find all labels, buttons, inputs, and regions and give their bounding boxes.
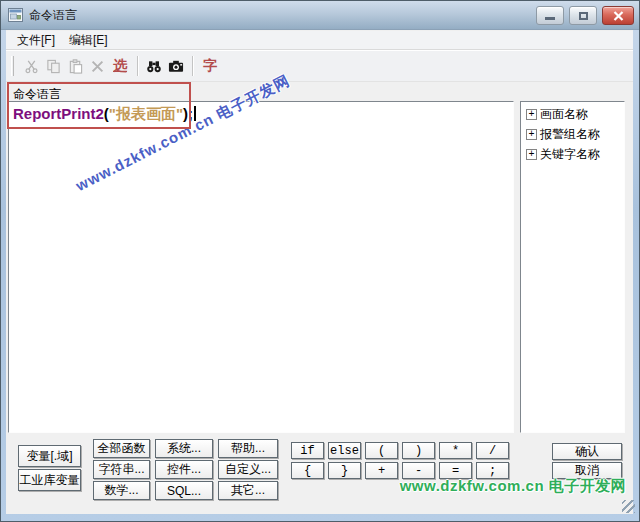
paste-button[interactable] [65,55,85,77]
math-functions-button[interactable]: 数学... [93,481,150,500]
divide-button[interactable]: / [476,442,509,459]
tree-item-label: 报警组名称 [540,126,600,143]
confirm-button[interactable]: 确认 [552,443,622,460]
variable-domain-button[interactable]: 变量[.域] [18,445,81,467]
function-name-text: ReportPrint2 [13,105,104,122]
open-brace-button[interactable]: { [291,462,324,479]
all-functions-button[interactable]: 全部函数 [93,439,150,458]
plus-button[interactable]: + [365,462,398,479]
cut-icon [24,59,39,74]
editor-section-label: 命令语言 [13,86,61,103]
if-button[interactable]: if [291,442,324,459]
minimize-icon [545,17,555,20]
menu-item-file[interactable]: 文件[F] [10,31,62,49]
delete-icon [91,60,104,73]
industrial-library-variable-button[interactable]: 工业库变量 [18,469,81,491]
string-argument-text: "报表画面" [109,105,183,122]
copy-button[interactable] [43,55,63,77]
menubar: 文件[F] 编辑[E] [6,31,633,50]
find-button[interactable] [144,55,164,77]
custom-functions-button[interactable]: 自定义... [218,460,278,479]
maximize-button[interactable] [569,6,597,25]
expand-icon[interactable]: + [526,149,537,160]
other-functions-button[interactable]: 其它... [218,481,278,500]
app-icon [8,8,23,22]
text-caret [194,106,196,121]
binoculars-icon [146,59,162,74]
tree-item-alarm-group-names[interactable]: + 报警组名称 [526,126,624,143]
name-tree-panel: + 画面名称 + 报警组名称 + 关键字名称 [520,101,625,433]
titlebar: 命令语言 [1,1,639,30]
control-functions-button[interactable]: 控件... [155,460,213,479]
minus-button[interactable]: - [402,462,435,479]
semicolon-button[interactable]: ; [476,462,509,479]
else-button[interactable]: else [328,442,361,459]
expand-icon[interactable]: + [526,129,537,140]
cut-button[interactable] [21,55,41,77]
minimize-button[interactable] [536,6,564,25]
code-editor[interactable]: ReportPrint2("报表画面"); [8,101,514,433]
delete-button[interactable] [87,55,107,77]
camera-icon [168,59,184,73]
tree-item-screen-names[interactable]: + 画面名称 [526,106,624,123]
toolbar: 选 字 [6,50,633,82]
toolbar-separator [137,56,138,76]
camera-button[interactable] [166,55,186,77]
command-language-window: 命令语言 文件[F] 编辑[E] [0,0,640,522]
window-controls [536,6,634,25]
toolbar-gripper[interactable] [11,56,14,76]
toolbar-separator [192,56,193,76]
window-title: 命令语言 [29,7,77,24]
close-button[interactable] [602,6,634,25]
menu-item-edit[interactable]: 编辑[E] [62,31,115,49]
string-functions-button[interactable]: 字符串... [93,460,150,479]
sql-functions-button[interactable]: SQL... [155,481,213,500]
multiply-button[interactable]: * [439,442,472,459]
maximize-icon [579,12,588,20]
operator-button-grid: if else ( ) * / { } + - = ; [291,442,509,479]
semicolon-text: ; [188,105,193,122]
tree-item-keyword-names[interactable]: + 关键字名称 [526,146,624,163]
code-line: ReportPrint2("报表画面"); [13,105,509,124]
close-icon [613,11,624,21]
font-tool-button[interactable]: 字 [199,55,221,77]
close-paren-button[interactable]: ) [402,442,435,459]
help-functions-button[interactable]: 帮助... [218,439,278,458]
resize-grip[interactable] [622,500,635,513]
open-paren-button[interactable]: ( [365,442,398,459]
paste-icon [68,59,83,74]
cancel-button[interactable]: 取消 [552,462,622,479]
tree-item-label: 关键字名称 [540,146,600,163]
function-button-grid: 全部函数 系统... 帮助... 字符串... 控件... 自定义... 数学.… [93,439,278,500]
equals-button[interactable]: = [439,462,472,479]
select-tool-button[interactable]: 选 [109,55,131,77]
close-brace-button[interactable]: } [328,462,361,479]
system-functions-button[interactable]: 系统... [155,439,213,458]
copy-icon [46,59,61,74]
expand-icon[interactable]: + [526,109,537,120]
tree-item-label: 画面名称 [540,106,588,123]
